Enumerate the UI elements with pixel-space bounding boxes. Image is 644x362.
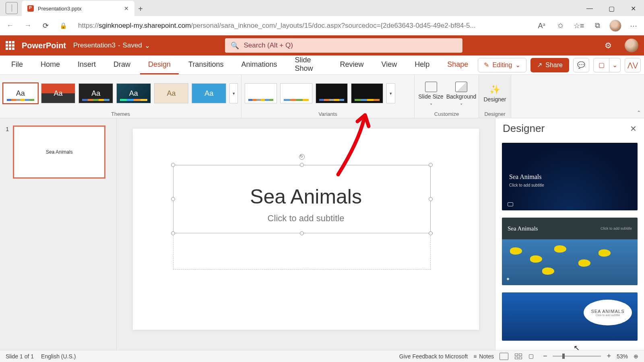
profile-avatar-icon[interactable] [609,20,621,32]
resize-handle[interactable] [429,163,433,167]
favorite-icon[interactable]: ✩ [554,19,567,32]
app-name[interactable]: PowerPoint [22,41,66,50]
tab-draw[interactable]: Draw [105,56,138,74]
present-button[interactable]: ▢ [593,58,609,72]
design-suggestion-2[interactable]: Sea AnimalsClick to add subtitle ✦ [502,218,638,285]
slide-canvas[interactable]: Sea Animals Click to add subtitle [133,129,479,330]
reading-view-icon[interactable]: ▢ [528,353,537,360]
comments-button[interactable]: 💬 [573,58,589,72]
thumb-title: Sea Animals [46,149,73,155]
background-label: Background [446,93,477,100]
slide-thumbnail-1[interactable]: Sea Animals [13,125,105,179]
slide-subtitle-placeholder[interactable]: Click to add subtitle [133,213,479,224]
user-avatar-icon[interactable] [625,39,638,52]
collapse-ribbon-icon[interactable]: ⌃ [637,110,641,115]
notes-toggle[interactable]: ≡Notes [473,353,494,360]
theme-swatch-2[interactable]: Aa [41,83,76,103]
slide-counter[interactable]: Slide 1 of 1 [6,353,34,360]
designer-group-label: Designer [482,109,508,117]
zoom-in-icon[interactable]: + [607,352,611,360]
tab-title: Presentation3.pptx [38,6,120,12]
resize-handle[interactable] [300,231,304,235]
theme-swatch-5[interactable]: Aa [154,83,189,103]
designer-button[interactable]: ✨Designer [482,84,508,103]
variant-swatch-2[interactable] [280,83,312,103]
theme-swatch-3[interactable]: Aa [78,83,113,103]
close-designer-icon[interactable]: ✕ [630,124,637,134]
normal-view-icon[interactable] [500,353,508,360]
tab-preview-icon[interactable] [6,2,18,14]
theme-swatch-6[interactable]: Aa [192,83,226,103]
slide-size-button[interactable]: Slide Size⌄ [418,82,444,105]
settings-icon[interactable]: ⚙ [605,41,612,50]
editing-label: Editing [492,62,512,69]
design-suggestion-1[interactable]: Sea Animals Click to add subtitle [502,143,638,210]
zoom-out-icon[interactable]: − [543,352,547,360]
resize-handle[interactable] [171,231,175,235]
feedback-link[interactable]: Give Feedback to Microsoft [399,353,468,360]
refresh-icon[interactable]: ⟳ [39,20,52,32]
slide-canvas-area[interactable]: Sea Animals Click to add subtitle [117,118,495,350]
search-icon: 🔍 [231,41,239,50]
resize-handle[interactable] [171,163,175,167]
slide-sorter-icon[interactable] [514,353,523,360]
themes-group-label: Themes [3,109,238,117]
fit-to-window-icon[interactable]: ⊕ [634,353,638,360]
variant-swatch-4[interactable] [351,83,383,103]
theme-swatch-1[interactable]: Aa [3,83,38,103]
zoom-slider[interactable] [553,356,601,357]
tab-view[interactable]: View [374,56,405,74]
background-button[interactable]: Background⌄ [447,82,475,105]
star-icon: ✦ [506,276,510,282]
close-tab-icon[interactable]: ✕ [124,5,129,12]
tab-home[interactable]: Home [33,56,68,74]
resize-handle[interactable] [300,163,304,167]
tab-design[interactable]: Design [140,56,179,74]
reading-mode-icon[interactable]: Aᵃ [535,19,548,32]
slide-title-text[interactable]: Sea Animals [133,185,479,208]
tab-review[interactable]: Review [332,56,372,74]
variant-swatch-1[interactable] [245,83,277,103]
back-icon[interactable]: ← [4,20,16,32]
tab-transitions[interactable]: Transitions [180,56,231,74]
url-scheme: https:// [78,22,99,29]
resize-handle[interactable] [429,231,433,235]
designer-btn-label: Designer [483,96,506,103]
tab-file[interactable]: File [3,56,31,74]
minimize-icon[interactable]: — [579,1,601,16]
variant-swatch-3[interactable] [316,83,348,103]
variants-expand-icon[interactable]: ▾ [386,83,395,103]
rotate-handle-icon[interactable] [299,154,305,160]
design-suggestion-3[interactable]: SEA ANIMALS Click to add subtitle [502,292,638,341]
theme-swatch-4[interactable]: Aa [116,83,151,103]
favorites-bar-icon[interactable]: ☆≡ [572,19,585,32]
new-tab-button[interactable]: + [134,4,147,16]
designer-wand-icon: ✨ [489,84,500,95]
close-window-icon[interactable]: ✕ [622,1,644,16]
slide-size-label: Slide Size [418,93,443,100]
editing-mode-button[interactable]: ✎ Editing ⌄ [478,58,526,72]
browser-tab[interactable]: Presentation3.pptx ✕ [22,1,134,16]
collections-icon[interactable]: ⧉ [591,19,604,32]
doc-name: Presentation3 [73,41,116,49]
tab-shape[interactable]: Shape [439,56,476,74]
app-launcher-icon[interactable] [6,41,14,50]
document-title-button[interactable]: Presentation3 - Saved ⌄ [73,41,150,50]
zoom-level[interactable]: 53% [617,353,628,360]
maximize-icon[interactable]: ▢ [601,1,622,16]
site-info-icon[interactable]: 🔒 [57,20,69,32]
tab-animations[interactable]: Animations [233,56,285,74]
more-icon[interactable]: ⋯ [627,19,640,32]
tab-slideshow[interactable]: Slide Show [287,56,330,74]
language-status[interactable]: English (U.S.) [41,353,76,360]
present-dropdown[interactable]: ⌄ [609,58,621,72]
tab-insert[interactable]: Insert [70,56,104,74]
activity-icon[interactable]: ⋀⋁ [625,58,641,72]
share-button[interactable]: ↗ Share [530,58,569,72]
address-bar[interactable]: https://sginknoepl-my.sharepoint.com/per… [75,22,530,30]
search-input[interactable]: 🔍 Search (Alt + Q) [225,38,462,53]
chevron-down-icon: ⌄ [144,41,150,50]
share-label: Share [545,62,563,69]
themes-expand-icon[interactable]: ▾ [229,83,238,103]
tab-help[interactable]: Help [407,56,438,74]
